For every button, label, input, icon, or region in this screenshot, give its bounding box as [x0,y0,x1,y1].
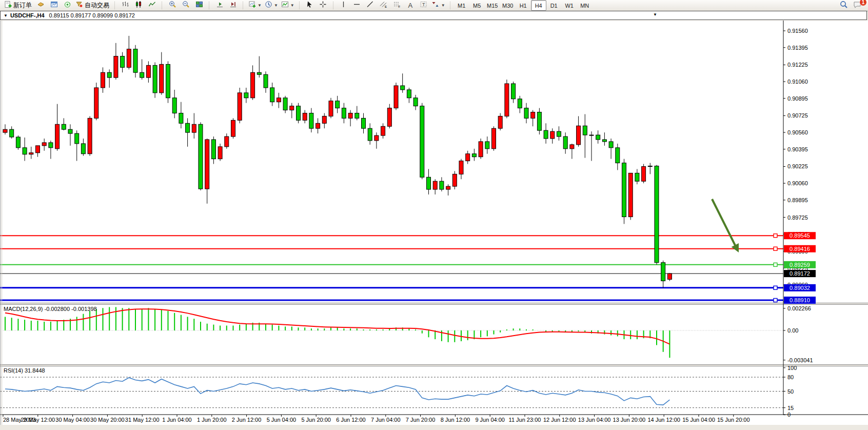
market-watch-button[interactable] [47,0,61,11]
vertical-line-button[interactable] [337,0,350,11]
candle-body [537,112,541,130]
candle-body [511,84,516,99]
arrows-icon [432,1,440,10]
candle-body [616,148,620,163]
time-axis-label: 5 Jun 04:00 [267,417,297,423]
chart-shift-button[interactable] [226,0,240,11]
candle-body [452,174,457,186]
price-axis-tick-label: 0.90895 [787,95,808,102]
line-price-label: 0.88910 [790,297,810,303]
candle-body [257,72,261,74]
arrows-button[interactable]: ▼ [430,0,447,11]
zoom-in-button[interactable] [166,0,179,11]
candlestick-chart-button[interactable] [132,0,145,11]
time-axis-label: 13 Jun 20:00 [613,417,646,423]
candle-body [667,273,672,279]
chat-button[interactable]: 1 [851,0,864,11]
candle-body [602,140,606,142]
candle-body [368,128,372,141]
rsi-axis-label: 100 [787,365,797,371]
radar-icon [64,1,71,10]
candle-body [472,154,476,157]
time-axis-label: 8 Jun 12:00 [441,417,470,423]
candle-body [36,146,40,153]
toolbar-separator [333,2,334,9]
horizontal-line-button[interactable] [350,0,364,11]
chart-collapse-icon[interactable]: ▼ [4,13,8,18]
timeframe-m5[interactable]: M5 [469,0,485,11]
auto-scroll-button[interactable] [213,0,226,11]
toolbar-separator [243,2,244,9]
time-axis-label: 7 Jun 20:00 [406,417,436,423]
channel-icon: E [380,1,387,10]
candle-body [88,118,92,153]
timeframe-mn[interactable]: MN [577,0,593,11]
timeframe-d1[interactable]: D1 [546,0,562,11]
indicators-button[interactable]: ▼ [280,0,296,11]
candle-body [531,112,535,118]
price-axis-tick-label: 0.91395 [787,45,808,51]
dropdown-arrow-icon: ▼ [290,3,294,8]
trendline-icon [366,1,374,10]
line-handle[interactable] [774,263,777,266]
timeframe-m15[interactable]: M15 [485,0,500,11]
candle-body [121,56,125,68]
chart-shift-icon [229,1,237,10]
bar-chart-button[interactable] [119,0,132,11]
periodicity-clock-button[interactable]: ▼ [263,0,280,11]
signals-button[interactable] [61,0,74,11]
auto-trading-button[interactable]: 自动交易 [74,0,111,11]
line-chart-button[interactable] [145,0,159,11]
candle-body [459,161,463,174]
new-order-label: 新订单 [13,1,32,10]
dropdown-arrow-icon: ▼ [441,3,445,8]
tile-windows-icon [195,1,203,10]
text-icon: A [408,3,412,9]
chart-canvas[interactable]: MACD(12,26,9) -0.002800 -0.001398RSI(14)… [0,21,868,430]
mt4-window: 新订单 自动交易 [0,0,868,430]
line-handle[interactable] [774,299,777,302]
price-axis-tick-label: 0.91225 [787,62,808,68]
candle-body [186,123,190,132]
line-handle[interactable] [774,247,777,250]
chart-area[interactable]: MACD(12,26,9) -0.002800 -0.001398RSI(14)… [0,21,868,430]
cursor-button[interactable] [303,0,317,11]
timeframe-h4[interactable]: H4 [531,0,546,11]
new-order-button[interactable]: 新订单 [3,0,34,11]
search-button[interactable] [837,0,851,11]
timeframe-group: M1 M5 M15 M30 H1 H4 D1 W1 MN [452,0,594,11]
candle-body [401,86,405,90]
tile-windows-button[interactable] [192,0,206,11]
timeframe-w1[interactable]: W1 [562,0,577,11]
quick-trade-marker-icon[interactable]: ▼ [653,12,657,17]
timeframe-h1[interactable]: H1 [516,0,531,11]
candle-body [68,129,72,133]
blue-window-icon [50,1,58,10]
time-axis-label: 9 Jun 04:00 [475,417,505,423]
candle-body [322,116,326,123]
time-axis-label: 30 May 04:00 [55,417,90,423]
timeframe-m30[interactable]: M30 [500,0,516,11]
line-handle[interactable] [774,234,777,238]
trendline-button[interactable] [364,0,377,11]
text-label-button[interactable]: T [417,0,430,11]
clock-icon [265,1,272,10]
auto-trading-icon [75,1,83,10]
zoom-out-button[interactable] [179,0,192,11]
metaeditor-button[interactable] [34,0,47,11]
time-axis-label: 13 Jun 04:00 [578,417,611,423]
text-button[interactable]: A [404,0,417,11]
crosshair-button[interactable] [317,0,330,11]
fibonacci-button[interactable]: F [390,0,404,11]
candle-body [374,135,379,141]
timeframe-m1[interactable]: M1 [454,0,469,11]
new-chart-button[interactable]: ▼ [247,0,263,11]
line-handle[interactable] [774,286,777,289]
candle-body [518,99,522,108]
equidistant-channel-button[interactable]: E [377,0,390,11]
chart-title-bar[interactable]: ▼ USDCHF-,H4 0.89115 0.89177 0.89099 0.8… [0,11,867,20]
candle-body [544,130,548,139]
macd-axis-label: -0.003041 [787,357,813,363]
candle-body [589,135,594,135]
candle-body [238,93,242,120]
